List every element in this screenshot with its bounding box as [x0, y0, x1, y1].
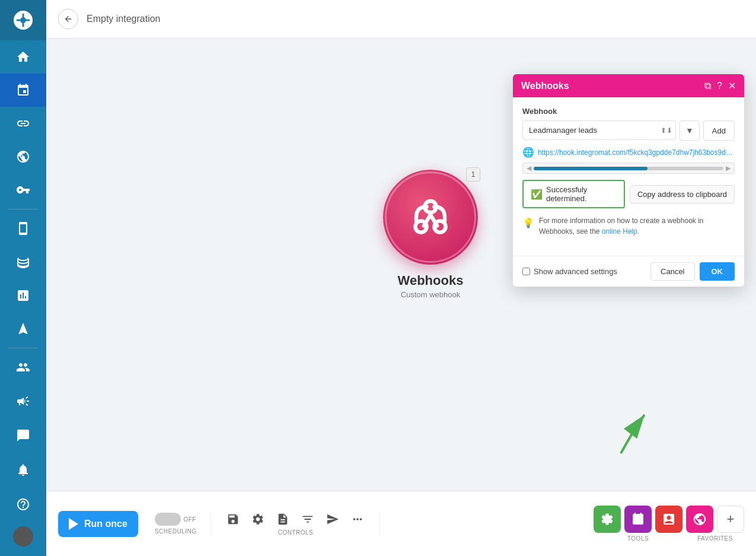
sidebar-divider-2 [8, 348, 38, 348]
sidebar-item-announcements[interactable] [0, 384, 46, 418]
toggle-off-label: OFF [183, 516, 196, 523]
modal-footer: Show advanced settings Cancel OK [513, 256, 744, 287]
footer-buttons: Cancel OK [650, 262, 735, 281]
run-once-label: Run once [84, 519, 127, 529]
favorites-label: FAVORITES [697, 535, 733, 542]
webhook-field-label: Webhook [522, 107, 735, 116]
copy-address-button[interactable]: Copy address to clipboard [630, 185, 735, 204]
svg-point-3 [415, 221, 426, 232]
expand-button[interactable]: ▼ [680, 120, 700, 141]
tools-button-1[interactable] [594, 506, 621, 533]
tools-buttons [594, 506, 682, 533]
check-circle-icon: ✅ [531, 189, 543, 200]
tools-group: TOOLS [594, 506, 682, 542]
sidebar [0, 0, 46, 556]
advanced-settings-row: Show advanced settings [522, 267, 617, 276]
sidebar-item-webhooks[interactable] [0, 140, 46, 173]
sidebar-item-datastores[interactable] [0, 245, 46, 278]
separator-2 [379, 512, 380, 536]
sidebar-divider-1 [8, 209, 38, 209]
scheduling-label: SCHEDULING [155, 528, 197, 535]
ok-button[interactable]: OK [700, 262, 735, 281]
scroll-right-icon: ▶ [726, 164, 731, 172]
run-once-button[interactable]: Run once [58, 511, 138, 537]
webhook-url-link[interactable]: https://hook.integromat.com/f5kckq3gpdde… [538, 148, 735, 157]
send-icon[interactable] [325, 511, 340, 527]
svg-point-5 [425, 201, 436, 212]
play-icon [69, 518, 78, 530]
advanced-settings-label[interactable]: Show advanced settings [534, 267, 617, 276]
user-avatar[interactable] [13, 526, 33, 547]
more-icon[interactable] [350, 511, 365, 527]
modal-title: Webhooks [521, 81, 569, 91]
tools-button-3[interactable] [655, 506, 682, 533]
success-row: ✅ Successfuly determined. Copy address t… [522, 180, 735, 208]
main-content: Empty integration 1 [46, 0, 756, 556]
notes-icon[interactable] [275, 511, 291, 527]
sidebar-item-datastructures[interactable] [0, 279, 46, 312]
tools-button-2[interactable] [624, 506, 652, 533]
tools-section: TOOLS + FAVORITES [594, 506, 744, 542]
canvas-area: 1 Webhooks Custom webhook Webhooks ⧉ ? ✕ [46, 39, 756, 491]
url-row: 🌐 https://hook.integromat.com/f5kckq3gpd… [522, 147, 735, 158]
help-icon[interactable]: ? [717, 81, 722, 91]
scheduling-toggle-wrap: OFF [155, 513, 196, 526]
sidebar-item-bell[interactable] [0, 453, 46, 487]
modal-header-icons: ⧉ ? ✕ [704, 80, 736, 91]
controls-icons [225, 511, 365, 527]
filter-icon[interactable] [300, 511, 315, 527]
sidebar-item-users[interactable] [0, 351, 46, 384]
webhook-node-label: Webhooks [398, 273, 464, 288]
page-title: Empty integration [87, 14, 161, 24]
sidebar-item-chat[interactable] [0, 418, 46, 453]
svg-point-4 [434, 221, 445, 232]
sidebar-item-flow[interactable] [0, 312, 46, 345]
webhooks-modal: Webhooks ⧉ ? ✕ Webhook Leadmanager leads [513, 74, 744, 287]
controls-group: CONTROLS [225, 511, 365, 536]
webhook-select-wrap: Leadmanager leads ⬆⬇ [522, 120, 676, 141]
info-bulb-icon: 💡 [522, 216, 534, 230]
scheduling-toggle[interactable] [155, 513, 181, 526]
webhook-select-row: Leadmanager leads ⬆⬇ ▼ Add [522, 120, 735, 141]
scroll-left-icon: ◀ [527, 164, 531, 172]
webhook-node-sublabel: Custom webhook [401, 290, 460, 299]
bottombar: Run once OFF SCHEDULING [46, 491, 756, 556]
back-button[interactable] [58, 9, 78, 29]
close-icon[interactable]: ✕ [728, 80, 736, 91]
sidebar-item-connections[interactable] [0, 107, 46, 140]
success-box: ✅ Successfuly determined. [522, 180, 625, 208]
app-logo[interactable] [0, 0, 46, 40]
webhook-dropdown[interactable]: Leadmanager leads [522, 120, 676, 140]
topbar: Empty integration [46, 0, 756, 39]
globe-icon: 🌐 [522, 147, 534, 158]
favorites-buttons: + [686, 506, 744, 533]
sidebar-item-scenarios[interactable] [0, 74, 46, 107]
favorites-button-1[interactable] [686, 506, 713, 533]
modal-body: Webhook Leadmanager leads ⬆⬇ ▼ Add [513, 97, 744, 256]
bottom-controls: OFF SCHEDULING [150, 511, 594, 536]
info-row: 💡 For more information on how to create … [522, 215, 735, 237]
sidebar-item-keys[interactable] [0, 173, 46, 206]
online-help-link[interactable]: online Help. [602, 227, 639, 236]
controls-label: CONTROLS [278, 529, 314, 536]
webhook-badge: 1 [466, 167, 480, 182]
favorites-add-button[interactable]: + [717, 506, 744, 533]
url-scrollbar[interactable]: ◀ ▶ [522, 163, 735, 174]
cancel-button[interactable]: Cancel [650, 262, 694, 281]
add-webhook-button[interactable]: Add [703, 120, 735, 141]
save-icon[interactable] [225, 511, 241, 527]
sidebar-item-help[interactable] [0, 487, 46, 522]
sidebar-bottom [0, 384, 46, 556]
modal-header: Webhooks ⧉ ? ✕ [513, 74, 744, 97]
annotation-arrow [603, 403, 662, 462]
advanced-settings-checkbox[interactable] [522, 268, 530, 275]
sidebar-item-home[interactable] [0, 40, 46, 74]
webhook-node[interactable]: 1 Webhooks Custom webhook [383, 170, 478, 299]
tools-label: TOOLS [627, 535, 649, 542]
fullscreen-icon[interactable]: ⧉ [704, 81, 711, 91]
info-text: For more information on how to create a … [539, 215, 735, 237]
scheduling-group: OFF SCHEDULING [155, 513, 197, 535]
webhook-circle[interactable] [383, 170, 478, 265]
sidebar-item-devices[interactable] [0, 212, 46, 245]
settings-icon[interactable] [250, 511, 266, 527]
